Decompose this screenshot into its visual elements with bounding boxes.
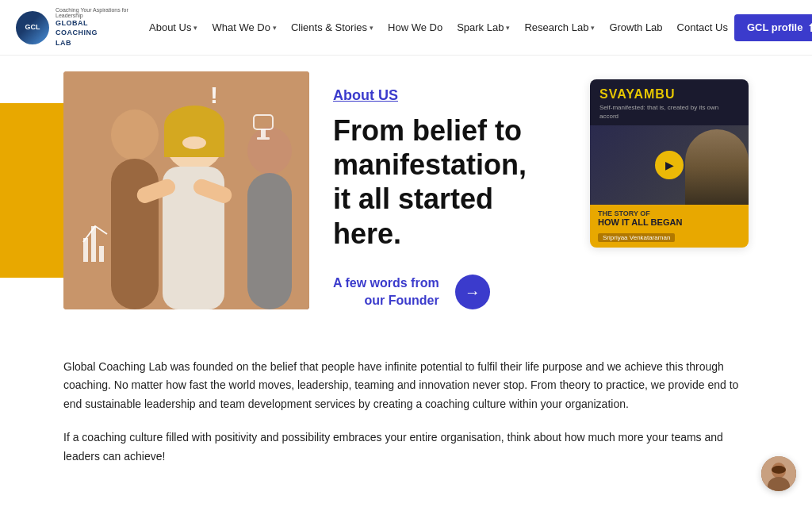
play-button[interactable]: ▶	[655, 151, 684, 179]
chevron-down-icon: ▾	[273, 24, 277, 32]
svayambu-video-thumbnail[interactable]: ▶	[590, 125, 749, 205]
hero-image-wrap: !	[63, 71, 309, 309]
avatar-icon	[761, 456, 796, 491]
about-us-label: About US	[333, 87, 566, 104]
svayambu-footer: THE STORY OF HOW IT ALL BEGAN Sripriyaa …	[590, 205, 749, 247]
logo[interactable]: GCL Coaching Your Aspirations for Leader…	[16, 7, 143, 48]
logo-circle: GCL	[16, 11, 49, 44]
chevron-down-icon: ▾	[370, 24, 373, 32]
nav-how-we-do[interactable]: How We Do	[381, 17, 449, 38]
main-nav: About Us ▾ What We Do ▾ Clients & Storie…	[143, 17, 734, 38]
hero-section: ! About US From belief to manifestation,…	[0, 56, 812, 334]
nav-growth-lab[interactable]: Growth Lab	[603, 17, 668, 38]
founder-arrow-button[interactable]: →	[455, 275, 490, 309]
svayambu-header: SVAYAMBU Self-manifested: that is, creat…	[590, 79, 749, 125]
svg-rect-14	[99, 246, 104, 262]
svayambu-person	[685, 129, 749, 205]
chat-avatar	[761, 456, 796, 491]
svg-rect-17	[257, 137, 270, 140]
chevron-down-icon: ▾	[193, 24, 197, 32]
logo-name: GLOBAL COACHING LAB	[56, 18, 143, 48]
hero-image: !	[63, 71, 309, 309]
nav-clients-stories[interactable]: Clients & Stories ▾	[285, 17, 380, 38]
hero-image-inner: !	[63, 71, 309, 309]
svg-point-9	[182, 136, 206, 149]
body-content: Global Coaching Lab was founded on the b…	[0, 334, 812, 507]
hero-illustration: !	[63, 71, 309, 309]
founder-block: A few words from our Founder →	[333, 275, 566, 310]
svayambu-story-headline: HOW IT ALL BEGAN	[598, 217, 741, 228]
body-paragraph-2: If a coaching culture filled with positi…	[63, 428, 749, 467]
svg-point-22	[772, 466, 786, 474]
nav-about-us[interactable]: About Us ▾	[143, 17, 204, 38]
nav-spark-lab[interactable]: Spark Lab ▾	[450, 17, 516, 38]
hero-text-block: About US From belief to manifestation, i…	[333, 71, 566, 310]
logo-tagline: Coaching Your Aspirations for Leadership	[56, 7, 143, 18]
svayambu-title: SVAYAMBU	[599, 87, 739, 102]
svg-point-1	[111, 109, 159, 160]
svg-rect-11	[247, 173, 292, 309]
nav-contact-us[interactable]: Contact Us	[671, 17, 734, 38]
svg-point-10	[247, 127, 292, 175]
svg-rect-2	[111, 159, 159, 309]
hero-accent-bar	[0, 103, 63, 278]
chat-widget[interactable]	[761, 456, 796, 491]
body-paragraph-1: Global Coaching Lab was founded on the b…	[63, 358, 749, 414]
hero-headline: From belief to manifestation, it all sta…	[333, 113, 566, 251]
nav-what-we-do[interactable]: What We Do ▾	[205, 17, 282, 38]
chevron-down-icon: ▾	[506, 24, 510, 32]
svg-rect-16	[261, 129, 266, 137]
svayambu-subtitle: Self-manifested: that is, created by its…	[599, 103, 739, 121]
svayambu-story-label: THE STORY OF	[598, 209, 741, 217]
svayambu-author: Sripriyaa Venkataraman	[598, 233, 675, 242]
logo-text-block: Coaching Your Aspirations for Leadership…	[56, 7, 143, 48]
chevron-down-icon: ▾	[591, 24, 595, 32]
site-header: GCL Coaching Your Aspirations for Leader…	[0, 0, 812, 56]
gcl-profile-button[interactable]: GCL profile ⬆	[734, 14, 812, 41]
founder-text: A few words from our Founder	[333, 275, 439, 310]
svg-text:!: !	[210, 82, 218, 108]
nav-research-lab[interactable]: Research Lab ▾	[518, 17, 601, 38]
svayambu-card[interactable]: SVAYAMBU Self-manifested: that is, creat…	[590, 79, 749, 248]
upload-icon: ⬆	[807, 21, 812, 34]
